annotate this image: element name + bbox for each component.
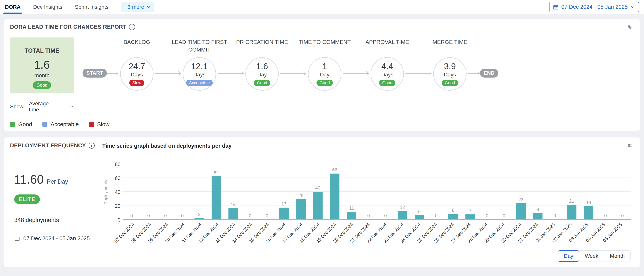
bar-04-jan-2025[interactable]: 0 <box>597 213 614 219</box>
bar-15-dec-2024[interactable]: 0 <box>258 213 276 219</box>
bar-28-dec-2024[interactable]: 0 <box>478 213 496 219</box>
bar <box>414 215 424 219</box>
stage-circle: 1DayGood <box>308 57 341 91</box>
granularity-day-button[interactable]: Day <box>558 250 579 262</box>
stage-backlog: BACKLOG24.7DaysSlow <box>118 38 155 91</box>
bar-03-jan-2025[interactable]: 19 <box>580 200 597 219</box>
bar-value-label: 21 <box>569 198 574 204</box>
y-tick-label: 60 <box>115 176 120 181</box>
bar-value-label: 0 <box>164 213 166 218</box>
stage-value: 24.7 <box>128 62 145 71</box>
more-tabs-dropdown[interactable]: +3 more <box>121 2 154 12</box>
flow-start-node: START <box>82 69 107 78</box>
bar-19-dec-2024[interactable]: 66 <box>326 167 343 219</box>
granularity-week-button[interactable]: Week <box>579 250 604 261</box>
bar-13-dec-2024[interactable]: 16 <box>225 202 242 219</box>
bar-21-dec-2024[interactable]: 0 <box>360 213 377 219</box>
bar-14-dec-2024[interactable]: 0 <box>242 213 258 219</box>
show-selected-value: Average time <box>29 100 56 113</box>
flow-arrow <box>218 71 244 76</box>
stage-status-badge: Good <box>442 80 458 86</box>
bar-08-dec-2024[interactable]: 0 <box>140 213 157 219</box>
bar-27-dec-2024[interactable]: 7 <box>462 208 478 219</box>
info-icon[interactable]: i <box>88 143 95 149</box>
bar-01-jan-2025[interactable]: 0 <box>546 213 563 219</box>
stage-time-to-comment: TIME TO COMMENT1DayGood <box>306 38 343 91</box>
stage-circle: 3.9DaysGood <box>433 57 466 91</box>
stage-title: LEAD TIME TO FIRST COMMIT <box>167 38 232 53</box>
bar <box>279 208 288 219</box>
date-range-picker[interactable]: 07 Dec 2024 - 05 Jan 2025 <box>549 2 639 12</box>
bar-31-dec-2024[interactable]: 9 <box>530 207 546 219</box>
filter-sliders-icon[interactable] <box>626 142 633 150</box>
stage-circle: 4.4DaysGood <box>370 57 404 91</box>
granularity-month-button[interactable]: Month <box>604 250 630 261</box>
bar-22-dec-2024[interactable]: 0 <box>377 213 394 219</box>
total-time-value: 1.6 <box>34 59 50 71</box>
flow-arrow <box>155 71 181 76</box>
bar <box>347 212 356 219</box>
deployment-frequency-panel: DEPLOYMENT FREQUENCY i Time series graph… <box>4 137 640 267</box>
bar-24-dec-2024[interactable]: 6 <box>411 209 428 219</box>
bar-value-label: 0 <box>435 213 438 218</box>
bar-16-dec-2024[interactable]: 17 <box>276 201 292 219</box>
bar-value-label: 0 <box>604 213 607 218</box>
bar-26-dec-2024[interactable]: 8 <box>445 208 462 219</box>
total-time-status-badge: Good <box>33 81 52 89</box>
legend-label: Good <box>18 121 32 127</box>
show-metric-select[interactable]: Show: Average time <box>10 100 74 113</box>
flow-arrow <box>107 71 118 76</box>
bar-02-jan-2025[interactable]: 21 <box>563 198 580 219</box>
stage-value: 4.4 <box>382 62 393 71</box>
chevron-down-icon <box>630 5 635 10</box>
info-icon[interactable]: i <box>129 24 135 30</box>
stage-value: 12.1 <box>191 62 208 71</box>
stage-value: 1.6 <box>256 62 268 71</box>
tab-sprint-insights[interactable]: Sprint Insights <box>75 0 108 14</box>
y-tick-label: 40 <box>115 189 120 195</box>
bar-09-dec-2024[interactable]: 0 <box>157 213 174 219</box>
bar-12-dec-2024[interactable]: 62 <box>208 170 225 219</box>
bar-value-label: 0 <box>554 213 556 218</box>
bar-29-dec-2024[interactable]: 0 <box>496 213 512 219</box>
bar-value-label: 12 <box>400 205 405 210</box>
bar-07-dec-2024[interactable]: 0 <box>123 213 140 219</box>
bar-value-label: 8 <box>452 208 454 213</box>
flow-arrow <box>343 71 369 76</box>
bar-20-dec-2024[interactable]: 11 <box>343 205 360 219</box>
bar-11-dec-2024[interactable]: 2 <box>191 212 208 219</box>
x-tick: 05 Jan 2025 <box>611 220 628 250</box>
stats-date-range: 07 Dec 2024 - 05 Jan 2025 <box>23 235 90 242</box>
performance-tier-badge: ELITE <box>14 194 40 204</box>
bar-value-label: 17 <box>282 201 286 207</box>
y-tick-label: 80 <box>115 162 120 168</box>
bar-25-dec-2024[interactable]: 0 <box>428 213 445 219</box>
filter-sliders-icon[interactable] <box>626 24 633 31</box>
bar-17-dec-2024[interactable]: 29 <box>292 193 309 219</box>
tab-dora[interactable]: DORA <box>5 0 20 14</box>
bar-value-label: 2 <box>198 212 200 217</box>
bar <box>398 211 407 219</box>
plot-area: 0000262160017294066110012608700239021190… <box>123 164 631 220</box>
legend-label: Acceptable <box>50 121 78 127</box>
flow-arrow <box>406 71 432 76</box>
bar-value-label: 7 <box>469 208 471 213</box>
bar-23-dec-2024[interactable]: 12 <box>394 205 411 219</box>
tab-dev-insights[interactable]: Dev Insights <box>33 0 62 14</box>
calendar-icon <box>553 4 558 10</box>
stage-circle: 12.1DaysAcceptable <box>183 57 216 91</box>
gridline <box>123 164 631 164</box>
bar-05-jan-2025[interactable]: 0 <box>614 213 631 219</box>
legend-label: Slow <box>97 121 110 127</box>
stage-unit: Day <box>257 72 267 78</box>
stage-status-badge: Good <box>254 80 270 86</box>
legend-swatch <box>89 122 94 127</box>
bar <box>212 176 221 219</box>
legend-swatch <box>42 122 48 127</box>
bar-18-dec-2024[interactable]: 40 <box>309 185 326 219</box>
stage-title: BACKLOG <box>104 38 169 46</box>
bar-30-dec-2024[interactable]: 23 <box>512 197 530 219</box>
bar-10-dec-2024[interactable]: 0 <box>174 213 191 219</box>
bar-value-label: 16 <box>230 202 236 207</box>
stage-title: TIME TO COMMENT <box>292 38 357 46</box>
